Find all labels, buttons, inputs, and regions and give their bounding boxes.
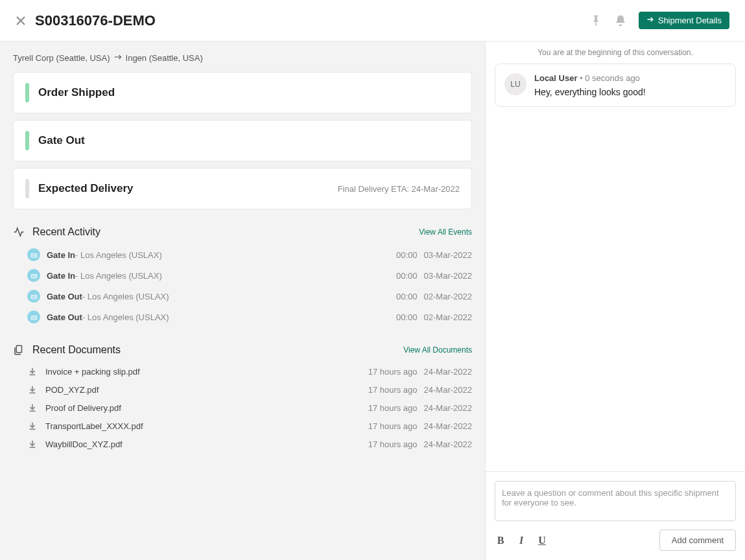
document-ago: 17 hours ago	[368, 385, 418, 395]
activity-row[interactable]: Gate In - Los Angeles (USLAX)00:0003-Mar…	[13, 265, 472, 286]
document-date: 24-Mar-2022	[424, 367, 472, 377]
view-all-events-link[interactable]: View All Events	[419, 228, 472, 237]
document-name: POD_XYZ.pdf	[45, 385, 99, 395]
document-date: 24-Mar-2022	[424, 421, 472, 431]
document-date: 24-Mar-2022	[424, 385, 472, 395]
activity-name: Gate Out	[47, 312, 82, 322]
right-pane: You are at the beginning of this convers…	[486, 41, 745, 560]
activity-time: 00:00	[396, 271, 418, 281]
document-name: Invoice + packing slip.pdf	[45, 367, 140, 377]
activity-name: Gate Out	[47, 292, 82, 301]
section-header: Recent Activity View All Events	[13, 226, 472, 238]
document-row[interactable]: POD_XYZ.pdf17 hours ago24-Mar-2022	[13, 380, 472, 399]
documents-icon	[13, 344, 25, 356]
download-icon[interactable]	[27, 384, 38, 395]
activity-location: - Los Angeles (USLAX)	[82, 312, 169, 322]
conversation-intro: You are at the beginning of this convers…	[486, 41, 745, 64]
status-subtext: Final Delivery ETA: 24-Mar-2022	[338, 184, 460, 194]
message-time: 0 seconds ago	[585, 73, 640, 83]
document-row[interactable]: Invoice + packing slip.pdf17 hours ago24…	[13, 362, 472, 380]
app-root: S00316076-DEMO Shipment Details Tyrell C…	[0, 0, 745, 560]
document-ago: 17 hours ago	[368, 403, 418, 413]
add-comment-button[interactable]: Add comment	[659, 530, 736, 551]
document-ago: 17 hours ago	[368, 439, 418, 449]
activity-time: 00:00	[396, 250, 418, 260]
document-name: WaybillDoc_XYZ.pdf	[45, 439, 123, 449]
activity-date: 03-Mar-2022	[424, 250, 472, 260]
section-header: Recent Documents View All Documents	[13, 344, 472, 356]
svg-rect-20	[16, 345, 21, 353]
status-card-expected-delivery[interactable]: Expected Delivery Final Delivery ETA: 24…	[13, 168, 472, 209]
arrow-right-icon	[646, 16, 654, 25]
status-indicator	[25, 83, 29, 102]
download-icon[interactable]	[27, 439, 38, 449]
bell-icon[interactable]	[614, 14, 627, 27]
section-header-left: Recent Documents	[13, 344, 121, 356]
arrow-right-icon	[114, 53, 122, 63]
status-title: Expected Delivery	[38, 182, 133, 195]
document-ago: 17 hours ago	[368, 367, 418, 377]
recent-activity-section: Recent Activity View All Events Gate In …	[13, 226, 472, 327]
message-card: LU Local User • 0 seconds ago Hey, every…	[495, 64, 736, 107]
activity-date: 03-Mar-2022	[424, 271, 472, 281]
activity-icon	[13, 226, 25, 238]
document-row[interactable]: TransportLabel_XXXX.pdf17 hours ago24-Ma…	[13, 417, 472, 435]
download-icon[interactable]	[27, 421, 38, 431]
shipment-details-label: Shipment Details	[658, 16, 722, 25]
activity-name: Gate In	[47, 250, 75, 260]
activity-time: 00:00	[396, 312, 418, 322]
document-name: TransportLabel_XXXX.pdf	[45, 421, 143, 431]
activity-row[interactable]: Gate In - Los Angeles (USLAX)00:0003-Mar…	[13, 244, 472, 265]
topbar: S00316076-DEMO Shipment Details	[0, 0, 745, 41]
download-icon[interactable]	[27, 402, 38, 413]
topbar-right: Shipment Details	[589, 12, 729, 29]
route-line: Tyrell Corp (Seattle, USA) Ingen (Seattl…	[13, 53, 472, 63]
section-title: Recent Activity	[32, 226, 101, 238]
comment-input[interactable]	[495, 481, 736, 521]
chat-scroll: LU Local User • 0 seconds ago Hey, every…	[486, 64, 745, 471]
activity-location: - Los Angeles (USLAX)	[82, 292, 169, 301]
composer-toolbar: B I U Add comment	[495, 530, 736, 551]
format-icons: B I U	[495, 535, 548, 546]
route-to: Ingen (Seattle, USA)	[126, 53, 203, 63]
activity-location: - Los Angeles (USLAX)	[75, 250, 162, 260]
activity-row[interactable]: Gate Out - Los Angeles (USLAX)00:0002-Ma…	[13, 307, 472, 327]
shipment-details-button[interactable]: Shipment Details	[639, 12, 729, 29]
message-content: Local User • 0 seconds ago Hey, everythi…	[534, 73, 646, 97]
document-date: 24-Mar-2022	[424, 439, 472, 449]
status-indicator	[25, 131, 29, 150]
avatar: LU	[504, 73, 526, 95]
message-header: Local User • 0 seconds ago	[534, 73, 646, 83]
activity-date: 02-Mar-2022	[424, 312, 472, 322]
document-row[interactable]: Proof of Delivery.pdf17 hours ago24-Mar-…	[13, 399, 472, 417]
document-row[interactable]: WaybillDoc_XYZ.pdf17 hours ago24-Mar-202…	[13, 435, 472, 453]
activity-row[interactable]: Gate Out - Los Angeles (USLAX)00:0002-Ma…	[13, 286, 472, 307]
status-card-shipped[interactable]: Order Shipped	[13, 72, 472, 113]
container-icon	[27, 269, 40, 282]
recent-documents-section: Recent Documents View All Documents Invo…	[13, 344, 472, 453]
documents-list: Invoice + packing slip.pdf17 hours ago24…	[13, 362, 472, 453]
underline-button[interactable]: U	[536, 535, 548, 546]
activity-time: 00:00	[396, 292, 418, 301]
download-icon[interactable]	[27, 366, 38, 377]
view-all-documents-link[interactable]: View All Documents	[403, 345, 472, 355]
pin-icon[interactable]	[589, 14, 602, 27]
document-date: 24-Mar-2022	[424, 403, 472, 413]
italic-button[interactable]: I	[515, 535, 527, 546]
route-from: Tyrell Corp (Seattle, USA)	[13, 53, 110, 63]
left-pane: Tyrell Corp (Seattle, USA) Ingen (Seattl…	[0, 41, 486, 560]
bold-button[interactable]: B	[495, 535, 506, 546]
document-name: Proof of Delivery.pdf	[45, 403, 121, 413]
composer: B I U Add comment	[486, 471, 745, 560]
status-card-gate-out[interactable]: Gate Out	[13, 120, 472, 161]
container-icon	[27, 248, 40, 261]
message-body: Hey, everything looks good!	[534, 87, 646, 97]
activity-date: 02-Mar-2022	[424, 292, 472, 301]
close-icon[interactable]	[16, 16, 26, 26]
activity-location: - Los Angeles (USLAX)	[75, 271, 162, 281]
main: Tyrell Corp (Seattle, USA) Ingen (Seattl…	[0, 41, 745, 560]
topbar-left: S00316076-DEMO	[16, 12, 156, 29]
page-title: S00316076-DEMO	[35, 12, 156, 29]
status-indicator	[25, 179, 29, 198]
container-icon	[27, 290, 40, 303]
